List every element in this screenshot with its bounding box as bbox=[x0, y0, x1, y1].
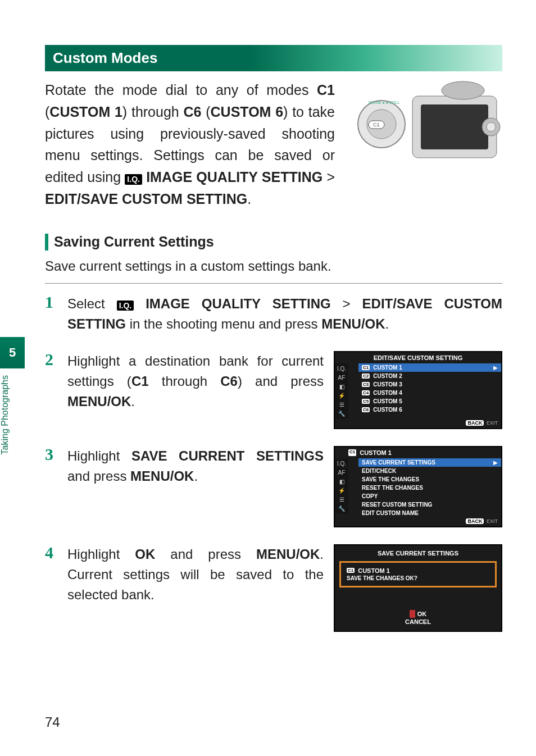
page-number: 74 bbox=[45, 714, 60, 730]
iq-icon: I.Q. bbox=[117, 300, 134, 311]
camera-illustration: C1 MOVIE ● ● STILL bbox=[345, 79, 502, 175]
sub-heading: Saving Current Settings bbox=[45, 234, 502, 251]
intro-paragraph: Rotate the mode dial to any of modes C1 … bbox=[45, 79, 335, 210]
divider bbox=[45, 283, 502, 284]
menu-item[interactable]: EDIT/CHECK bbox=[358, 467, 501, 475]
svg-point-7 bbox=[442, 81, 484, 99]
step-3: 3 Highlight SAVE CURRENT SETTINGS and pr… bbox=[45, 446, 502, 527]
step-4: 4 Highlight OK and press MENU/OK. Curren… bbox=[45, 544, 502, 632]
menu-item[interactable]: SAVE THE CHANGES bbox=[358, 475, 501, 484]
lcd-save-confirm: SAVE CURRENT SETTINGS C1CUSTOM 1 SAVE TH… bbox=[334, 544, 502, 632]
menu-item[interactable]: COPY bbox=[358, 492, 501, 500]
menu-item[interactable]: C6CUSTOM 6 bbox=[358, 406, 501, 414]
lcd-side-icons: I.Q.AF◧⚡☰🔧 bbox=[335, 363, 348, 419]
chapter-number: 5 bbox=[0, 337, 25, 368]
ok-button[interactable]: OK bbox=[339, 610, 497, 618]
step-2: 2 Highlight a destination bank for curre… bbox=[45, 351, 502, 429]
chapter-title: Taking Photographs bbox=[0, 375, 16, 454]
menu-item[interactable]: RESET CUSTOM SETTING bbox=[358, 500, 501, 509]
menu-item[interactable]: C5CUSTOM 5 bbox=[358, 397, 501, 406]
cancel-button[interactable]: CANCEL bbox=[339, 618, 497, 625]
iq-icon: I.Q. bbox=[125, 174, 142, 185]
menu-item[interactable]: C3CUSTOM 3 bbox=[358, 380, 501, 389]
lcd-custom1-menu: C1 CUSTOM 1 I.Q.AF◧⚡☰🔧 SAVE CURRENT SETT… bbox=[334, 446, 502, 527]
svg-text:MOVIE ● ● STILL: MOVIE ● ● STILL bbox=[369, 101, 400, 104]
lcd-edit-save-custom: EDIT/SAVE CUSTOM SETTING I.Q.AF◧⚡☰🔧 C1CU… bbox=[334, 351, 502, 429]
menu-item[interactable]: C2CUSTOM 2 bbox=[358, 372, 501, 380]
svg-point-9 bbox=[487, 122, 496, 131]
accent-bar bbox=[45, 234, 48, 251]
menu-item[interactable]: SAVE CURRENT SETTINGS▶ bbox=[358, 458, 501, 467]
svg-rect-1 bbox=[421, 104, 488, 149]
menu-item[interactable]: C4CUSTOM 4 bbox=[358, 389, 501, 397]
svg-text:C1: C1 bbox=[373, 122, 380, 127]
step-1: 1 Select I.Q. IMAGE QUALITY SETTING > ED… bbox=[45, 294, 502, 334]
menu-item[interactable]: EDIT CUSTOM NAME bbox=[358, 509, 501, 517]
menu-item[interactable]: RESET THE CHANGES bbox=[358, 484, 501, 492]
lead-text: Save current settings in a custom settin… bbox=[45, 256, 502, 276]
menu-item[interactable]: C1CUSTOM 1▶ bbox=[358, 363, 501, 372]
lcd-side-icons: I.Q.AF◧⚡☰🔧 bbox=[335, 458, 348, 514]
section-header: Custom Modes bbox=[45, 45, 502, 71]
chapter-tab: 5 Taking Photographs bbox=[0, 337, 25, 472]
